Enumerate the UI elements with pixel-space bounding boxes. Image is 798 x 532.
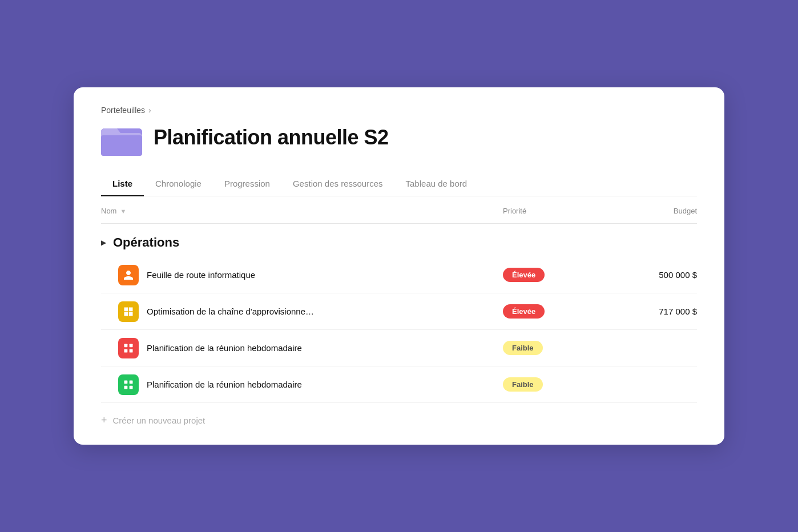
col-priorite: Priorité xyxy=(503,207,606,215)
group-title: Opérations xyxy=(113,235,179,250)
breadcrumb-separator: › xyxy=(148,106,151,115)
svg-rect-4 xyxy=(130,344,133,347)
main-card: Portefeuilles › Planification annuelle S… xyxy=(74,87,724,445)
table-row: Planification de la réunion hebdomadaire… xyxy=(101,366,697,403)
col-nom: Nom ▼ xyxy=(101,207,503,215)
table-row: Planification de la réunion hebdomadaire… xyxy=(101,330,697,366)
priority-badge-1: Élevée xyxy=(503,268,545,282)
table-header: Nom ▼ Priorité Budget xyxy=(101,199,697,224)
add-project-label: Créer un nouveau projet xyxy=(113,416,205,425)
row-name-cell: Planification de la réunion hebdomadaire xyxy=(101,331,503,365)
budget-cell-1: 500 000 $ xyxy=(606,263,697,287)
svg-rect-10 xyxy=(130,385,133,389)
budget-cell-3 xyxy=(606,341,697,355)
breadcrumb: Portefeuilles › xyxy=(101,106,697,115)
priority-badge-3: Faible xyxy=(503,341,543,355)
folder-icon xyxy=(101,119,142,156)
svg-rect-7 xyxy=(124,380,128,384)
priority-badge-4: Faible xyxy=(503,377,543,392)
add-plus-icon: + xyxy=(101,414,107,426)
row-name-cell: Feuille de route informatique xyxy=(101,258,503,292)
svg-rect-2 xyxy=(101,135,142,156)
row-icon-red xyxy=(118,338,139,358)
tabs-nav: Liste Chronologie Progression Gestion de… xyxy=(101,172,697,196)
priority-cell-1: Élevée xyxy=(503,261,606,289)
nom-arrow-icon: ▼ xyxy=(120,208,126,215)
row-icon-orange xyxy=(118,265,139,285)
svg-rect-8 xyxy=(130,380,133,384)
svg-rect-3 xyxy=(124,344,128,347)
tab-chronologie[interactable]: Chronologie xyxy=(144,172,213,196)
row-name-cell: Optimisation de la chaîne d'approvisionn… xyxy=(101,295,503,329)
header: Portefeuilles › Planification annuelle S… xyxy=(74,87,724,196)
row-name-cell: Planification de la réunion hebdomadaire xyxy=(101,368,503,402)
col-budget: Budget xyxy=(606,207,697,215)
title-row: Planification annuelle S2 xyxy=(101,119,697,156)
row-icon-yellow xyxy=(118,301,139,322)
svg-rect-5 xyxy=(124,349,128,352)
row-name-4: Planification de la réunion hebdomadaire xyxy=(147,380,302,389)
table-container: Nom ▼ Priorité Budget ▶ Opérations Feuil… xyxy=(74,199,724,445)
table-row: Feuille de route informatique Élevée 500… xyxy=(101,257,697,293)
group-chevron-icon[interactable]: ▶ xyxy=(101,239,106,247)
row-name-1: Feuille de route informatique xyxy=(147,270,255,280)
page-title: Planification annuelle S2 xyxy=(154,126,389,150)
budget-cell-4 xyxy=(606,378,697,392)
add-project-row[interactable]: + Créer un nouveau projet xyxy=(101,403,697,426)
row-name-3: Planification de la réunion hebdomadaire xyxy=(147,343,302,353)
svg-rect-6 xyxy=(130,349,133,352)
tab-tableau[interactable]: Tableau de bord xyxy=(394,172,479,196)
tab-progression[interactable]: Progression xyxy=(213,172,281,196)
row-name-2: Optimisation de la chaîne d'approvisionn… xyxy=(147,307,314,316)
priority-badge-2: Élevée xyxy=(503,304,545,319)
priority-cell-3: Faible xyxy=(503,334,606,362)
tab-liste[interactable]: Liste xyxy=(101,172,144,196)
table-row: Optimisation de la chaîne d'approvisionn… xyxy=(101,293,697,330)
tab-ressources[interactable]: Gestion des ressources xyxy=(281,172,394,196)
budget-cell-2: 717 000 $ xyxy=(606,300,697,323)
svg-rect-9 xyxy=(124,385,128,389)
priority-cell-4: Faible xyxy=(503,370,606,398)
priority-cell-2: Élevée xyxy=(503,297,606,325)
group-row-operations: ▶ Opérations xyxy=(101,224,697,257)
breadcrumb-parent[interactable]: Portefeuilles xyxy=(101,106,145,115)
row-icon-green xyxy=(118,374,139,395)
